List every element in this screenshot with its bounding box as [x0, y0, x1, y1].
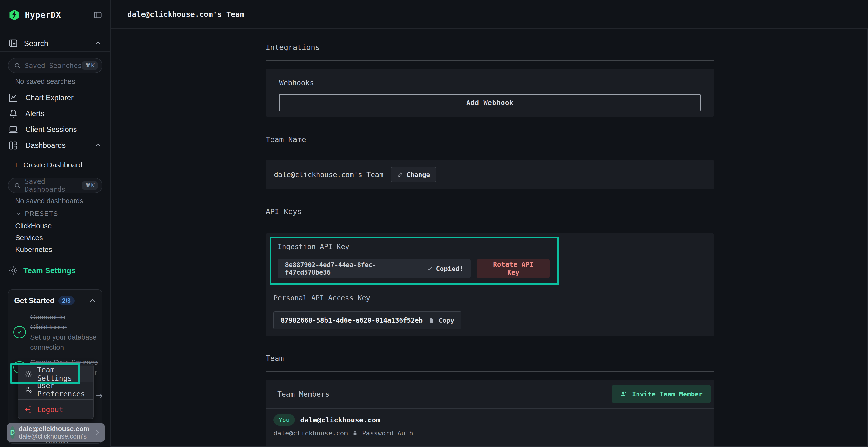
main-content: Integrations Webhooks Add Webhook Team N…: [112, 29, 868, 447]
sidebar-item-label: Dashboards: [25, 141, 66, 150]
create-dashboard-button[interactable]: + Create Dashboard: [8, 157, 102, 173]
menu-item-team-settings[interactable]: Team Settings: [18, 366, 93, 382]
brand-row: HyperDX: [8, 8, 102, 22]
search-icon: [13, 181, 22, 190]
change-team-name-button[interactable]: Change: [391, 167, 436, 182]
collapse-sidebar-icon[interactable]: [93, 10, 102, 20]
settings-container: Integrations Webhooks Add Webhook Team N…: [266, 43, 714, 447]
sidebar-item-label: Alerts: [25, 109, 44, 118]
team-members-header: Team Members Invite Team Member: [266, 380, 714, 409]
preset-list: ClickHouse Services Kubernetes: [8, 220, 102, 255]
sidebar-section-search[interactable]: Search: [8, 36, 102, 50]
personal-key-value: 87982668-58b1-4d6e-a620-014a136f52eb: [281, 316, 423, 324]
integrations-heading: Integrations: [266, 43, 714, 51]
shortcut-badge: ⌘K: [82, 61, 98, 70]
check-icon: [427, 265, 433, 272]
chart-explorer-icon: [8, 93, 19, 103]
topbar: dale@clickhouse.com's Team: [112, 0, 868, 29]
chevron-up-icon[interactable]: [88, 297, 97, 305]
get-started-item-desc: Set up your database connection: [30, 332, 99, 352]
presets-label: PRESETS: [25, 210, 58, 217]
ingestion-key-value: 8e887902-4ed7-44ea-8fec-f47cd578be36: [285, 261, 420, 276]
team-name-heading: Team Name: [266, 135, 714, 144]
get-started-title: Get Started: [14, 297, 55, 305]
user-gear-icon: [24, 385, 33, 394]
personal-api-key-label: Personal API Access Key: [273, 294, 714, 302]
sidebar-item-dashboards[interactable]: Dashboards: [8, 138, 102, 153]
webhooks-title: Webhooks: [279, 78, 701, 88]
get-started-item-title: Connect to ClickHouse: [30, 313, 67, 331]
search-section-label: Search: [24, 39, 48, 48]
gear-icon: [8, 265, 19, 276]
chevron-right-icon: [93, 428, 101, 437]
sidebar-divider: [0, 51, 111, 51]
preset-item-services[interactable]: Services: [8, 232, 102, 243]
logout-icon: [24, 405, 33, 414]
team-members-title: Team Members: [277, 390, 330, 398]
arrow-right-icon: [94, 391, 102, 400]
sidebar-item-team-settings[interactable]: Team Settings: [8, 263, 102, 278]
personal-key-pill[interactable]: 87982668-58b1-4d6e-a620-014a136f52eb Cop…: [273, 311, 462, 329]
saved-dashboards-placeholder: Saved Dashboards: [25, 177, 82, 194]
webhooks-card: Webhooks Add Webhook: [266, 69, 714, 117]
ingestion-key-pill[interactable]: 8e887902-4ed7-44ea-8fec-f47cd578be36 Cop…: [278, 259, 471, 278]
presets-toggle[interactable]: PRESETS: [8, 209, 102, 218]
member-name: dale@clickhouse.com: [300, 416, 380, 424]
preset-item-clickhouse[interactable]: ClickHouse: [8, 220, 102, 232]
copy-button[interactable]: Copy: [428, 317, 454, 324]
preset-item-kubernetes[interactable]: Kubernetes: [8, 243, 102, 255]
check-circle-icon: [13, 326, 26, 338]
pencil-icon: [397, 171, 403, 178]
clipboard-icon: [428, 317, 435, 324]
sidebar-item-chart-explorer[interactable]: Chart Explorer: [8, 90, 102, 106]
chevron-up-icon[interactable]: [94, 141, 102, 150]
get-started-progress-badge: 2/3: [58, 296, 74, 305]
invite-team-member-button[interactable]: Invite Team Member: [612, 385, 711, 403]
plus-icon: +: [14, 161, 19, 170]
member-identity: You dale@clickhouse.com: [273, 414, 703, 425]
hyperdx-logo-icon: [8, 9, 21, 21]
chevron-up-icon[interactable]: [94, 39, 102, 48]
menu-item-logout[interactable]: Logout: [18, 402, 93, 417]
rotate-api-key-button[interactable]: Rotate API Key: [477, 259, 550, 278]
get-started-item-connect[interactable]: Connect to ClickHouse Set up your databa…: [8, 312, 102, 352]
sidebar: HyperDX Search Saved Searches ⌘K No save…: [0, 0, 111, 447]
create-dashboard-label: Create Dashboard: [23, 161, 83, 169]
ingestion-api-key-label: Ingestion API Key: [278, 242, 550, 251]
user-chip[interactable]: D dale@clickhouse.com dale@clickhouse.co…: [7, 423, 105, 442]
menu-divider: [18, 399, 93, 400]
section-divider: [266, 371, 714, 372]
horizontal-scrollbar[interactable]: [112, 446, 868, 447]
section-divider: [266, 224, 714, 225]
sidebar-nav: Chart Explorer Alerts Client Sessions Da…: [8, 90, 102, 153]
you-badge: You: [273, 414, 295, 425]
section-divider: [266, 152, 714, 152]
member-auth-method: Password Auth: [362, 429, 413, 437]
sidebar-item-label: Client Sessions: [25, 125, 77, 134]
api-keys-heading: API Keys: [266, 207, 714, 216]
sidebar-divider: [0, 154, 111, 154]
person-plus-icon: [620, 390, 628, 398]
get-started-header[interactable]: Get Started 2/3: [8, 290, 102, 305]
menu-item-label: User Preferences: [37, 381, 93, 398]
sidebar-item-alerts[interactable]: Alerts: [8, 106, 102, 122]
sidebar-item-client-sessions[interactable]: Client Sessions: [8, 122, 102, 138]
page-title: dale@clickhouse.com's Team: [127, 10, 244, 19]
add-webhook-button[interactable]: Add Webhook: [279, 94, 701, 111]
saved-dashboards-input[interactable]: Saved Dashboards ⌘K: [8, 178, 102, 193]
user-menu-popup: Team Settings User Preferences Logout: [18, 364, 94, 419]
menu-item-user-preferences[interactable]: User Preferences: [18, 382, 93, 398]
lock-icon: [352, 430, 358, 437]
saved-searches-input[interactable]: Saved Searches ⌘K: [8, 58, 102, 73]
brand-name: HyperDX: [25, 10, 61, 20]
shortcut-badge: ⌘K: [82, 181, 98, 190]
team-name-card: dale@clickhouse.com's Team Change: [266, 160, 714, 189]
sidebar-item-label: Chart Explorer: [25, 94, 73, 102]
annotation-highlight-ingestion-key: Ingestion API Key 8e887902-4ed7-44ea-8fe…: [270, 237, 559, 285]
menu-item-label: Logout: [37, 405, 63, 414]
avatar: D: [10, 426, 15, 439]
ingestion-key-row: 8e887902-4ed7-44ea-8fec-f47cd578be36 Cop…: [278, 259, 550, 278]
team-member-row: You dale@clickhouse.com dale@clickhouse.…: [266, 409, 714, 447]
copy-label: Copy: [439, 317, 454, 324]
copied-indicator: Copied!: [427, 265, 463, 272]
